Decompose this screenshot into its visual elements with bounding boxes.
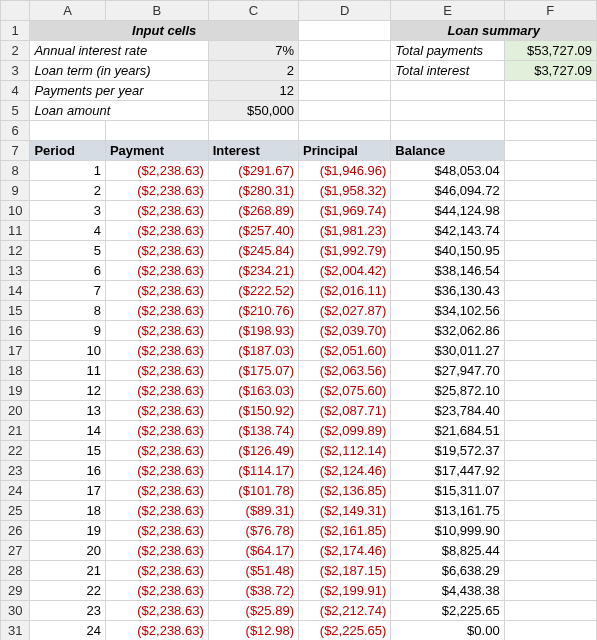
balance-cell[interactable]: $27,947.70 [391,361,504,381]
period-cell[interactable]: 20 [30,541,106,561]
payment-cell[interactable]: ($2,238.63) [105,221,208,241]
row-21-header[interactable]: 21 [1,421,30,441]
cell-F14[interactable] [504,281,596,301]
balance-cell[interactable]: $23,784.40 [391,401,504,421]
principal-cell[interactable]: ($2,174.46) [298,541,390,561]
payment-cell[interactable]: ($2,238.63) [105,341,208,361]
payment-cell[interactable]: ($2,238.63) [105,521,208,541]
cell-F15[interactable] [504,301,596,321]
row-26-header[interactable]: 26 [1,521,30,541]
row-22-header[interactable]: 22 [1,441,30,461]
balance-cell[interactable]: $15,311.07 [391,481,504,501]
row-6-header[interactable]: 6 [1,121,30,141]
cell-F18[interactable] [504,361,596,381]
row-20-header[interactable]: 20 [1,401,30,421]
interest-cell[interactable]: ($187.03) [208,341,298,361]
row-30-header[interactable]: 30 [1,601,30,621]
period-cell[interactable]: 15 [30,441,106,461]
cell-E4[interactable] [391,81,504,101]
balance-cell[interactable]: $8,825.44 [391,541,504,561]
cell-F16[interactable] [504,321,596,341]
period-cell[interactable]: 9 [30,321,106,341]
balance-cell[interactable]: $6,638.29 [391,561,504,581]
cell-F28[interactable] [504,561,596,581]
ppy-value[interactable]: 12 [208,81,298,101]
cell-F12[interactable] [504,241,596,261]
balance-cell[interactable]: $4,438.38 [391,581,504,601]
payment-cell[interactable]: ($2,238.63) [105,561,208,581]
interest-cell[interactable]: ($126.49) [208,441,298,461]
cell-D2[interactable] [298,41,390,61]
period-cell[interactable]: 19 [30,521,106,541]
period-cell[interactable]: 18 [30,501,106,521]
row-17-header[interactable]: 17 [1,341,30,361]
period-cell[interactable]: 24 [30,621,106,641]
row-8-header[interactable]: 8 [1,161,30,181]
cell-F9[interactable] [504,181,596,201]
cell-D5[interactable] [298,101,390,121]
principal-cell[interactable]: ($2,199.91) [298,581,390,601]
principal-cell[interactable]: ($2,051.60) [298,341,390,361]
period-cell[interactable]: 22 [30,581,106,601]
payment-cell[interactable]: ($2,238.63) [105,481,208,501]
payment-cell[interactable]: ($2,238.63) [105,461,208,481]
payment-cell[interactable]: ($2,238.63) [105,241,208,261]
cell-D1[interactable] [298,21,390,41]
balance-cell[interactable]: $46,094.72 [391,181,504,201]
balance-cell[interactable]: $44,124.98 [391,201,504,221]
principal-cell[interactable]: ($2,004.42) [298,261,390,281]
interest-cell[interactable]: ($234.21) [208,261,298,281]
principal-cell[interactable]: ($2,027.87) [298,301,390,321]
payment-cell[interactable]: ($2,238.63) [105,281,208,301]
balance-cell[interactable]: $17,447.92 [391,461,504,481]
principal-cell[interactable]: ($1,946.96) [298,161,390,181]
principal-cell[interactable]: ($2,161.85) [298,521,390,541]
col-A[interactable]: A [30,1,106,21]
interest-cell[interactable]: ($101.78) [208,481,298,501]
payment-cell[interactable]: ($2,238.63) [105,381,208,401]
period-cell[interactable]: 13 [30,401,106,421]
payment-cell[interactable]: ($2,238.63) [105,601,208,621]
interest-cell[interactable]: ($163.03) [208,381,298,401]
row-4-header[interactable]: 4 [1,81,30,101]
period-cell[interactable]: 21 [30,561,106,581]
balance-cell[interactable]: $21,684.51 [391,421,504,441]
row-16-header[interactable]: 16 [1,321,30,341]
spreadsheet[interactable]: A B C D E F 1 Input cells Loan summary 2… [0,0,597,640]
payment-cell[interactable]: ($2,238.63) [105,161,208,181]
cell-B6[interactable] [105,121,208,141]
cell-C6[interactable] [208,121,298,141]
principal-cell[interactable]: ($2,187.15) [298,561,390,581]
cell-F8[interactable] [504,161,596,181]
balance-cell[interactable]: $42,143.74 [391,221,504,241]
interest-cell[interactable]: ($64.17) [208,541,298,561]
interest-cell[interactable]: ($222.52) [208,281,298,301]
row-15-header[interactable]: 15 [1,301,30,321]
balance-cell[interactable]: $19,572.37 [391,441,504,461]
principal-cell[interactable]: ($2,063.56) [298,361,390,381]
payment-cell[interactable]: ($2,238.63) [105,441,208,461]
balance-cell[interactable]: $10,999.90 [391,521,504,541]
interest-cell[interactable]: ($198.93) [208,321,298,341]
interest-cell[interactable]: ($25.89) [208,601,298,621]
term-value[interactable]: 2 [208,61,298,81]
row-12-header[interactable]: 12 [1,241,30,261]
row-27-header[interactable]: 27 [1,541,30,561]
principal-cell[interactable]: ($1,958.32) [298,181,390,201]
cell-F20[interactable] [504,401,596,421]
row-7-header[interactable]: 7 [1,141,30,161]
period-cell[interactable]: 14 [30,421,106,441]
interest-cell[interactable]: ($210.76) [208,301,298,321]
cell-F11[interactable] [504,221,596,241]
payment-cell[interactable]: ($2,238.63) [105,301,208,321]
cell-F22[interactable] [504,441,596,461]
cell-F5[interactable] [504,101,596,121]
balance-cell[interactable]: $36,130.43 [391,281,504,301]
cell-F13[interactable] [504,261,596,281]
period-cell[interactable]: 17 [30,481,106,501]
interest-cell[interactable]: ($12.98) [208,621,298,641]
balance-cell[interactable]: $13,161.75 [391,501,504,521]
principal-cell[interactable]: ($2,149.31) [298,501,390,521]
cell-F26[interactable] [504,521,596,541]
interest-cell[interactable]: ($175.07) [208,361,298,381]
